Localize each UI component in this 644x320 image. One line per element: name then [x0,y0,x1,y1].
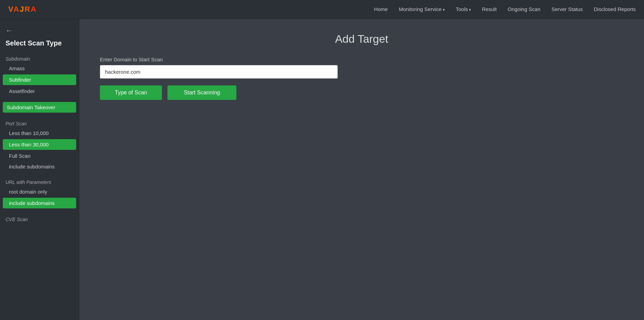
back-button[interactable]: ← [0,24,79,39]
sidebar-section-subdomain: Subdomain [0,53,79,63]
layout: ← Select Scan Type Subdomain Amass Subfi… [0,19,644,320]
sidebar-title: Select Scan Type [0,39,79,53]
sidebar-section-url-params: URL with Parameters [0,177,79,186]
sidebar-section-port-scan: Port Scan [0,118,79,128]
navbar: VAJRA Home Monitoring Service Tools Resu… [0,0,644,19]
sidebar: ← Select Scan Type Subdomain Amass Subfi… [0,19,79,320]
sidebar-item-less-10k[interactable]: Less than 10,000 [0,128,79,138]
logo: VAJRA [8,5,37,14]
sidebar-item-include-subdomains-url[interactable]: include subdomains [3,198,76,208]
domain-input[interactable] [100,65,338,79]
action-buttons: Type of Scan Start Scanning [100,85,623,100]
nav-item-monitoring[interactable]: Monitoring Service [399,6,444,12]
nav-item-tools[interactable]: Tools [456,6,471,12]
sidebar-item-subfinder[interactable]: Subfinder [3,74,76,85]
sidebar-item-full-scan[interactable]: Full Scan [0,151,79,161]
nav-item-disclosed-reports[interactable]: Disclosed Reports [594,6,636,12]
nav-links: Home Monitoring Service Tools Result Ong… [374,6,636,12]
nav-item-home[interactable]: Home [374,6,388,12]
sidebar-item-include-subdomains-port[interactable]: include subdomains [0,161,79,172]
sidebar-item-amass[interactable]: Amass [0,63,79,74]
nav-item-server-status[interactable]: Server Status [551,6,583,12]
nav-item-result[interactable]: Result [482,6,497,12]
sidebar-item-root-domain-only[interactable]: root domain only [0,186,79,197]
sidebar-item-assetfinder[interactable]: Assetfinder [0,86,79,96]
main-content: Add Target Enter Domain to Start Scan Ty… [79,19,644,320]
sidebar-section-cve-scan: CVE Scan [0,214,79,224]
sidebar-item-less-30k[interactable]: Less than 30,000 [3,139,76,150]
nav-item-ongoing-scan[interactable]: Ongoing Scan [508,6,540,12]
type-of-scan-button[interactable]: Type of Scan [100,85,162,100]
start-scanning-button[interactable]: Start Scanning [167,85,236,100]
domain-label: Enter Domain to Start Scan [100,56,623,62]
sidebar-item-subdomain-takeover[interactable]: Subdomain Takeover [3,102,76,113]
page-title: Add Target [100,33,623,45]
